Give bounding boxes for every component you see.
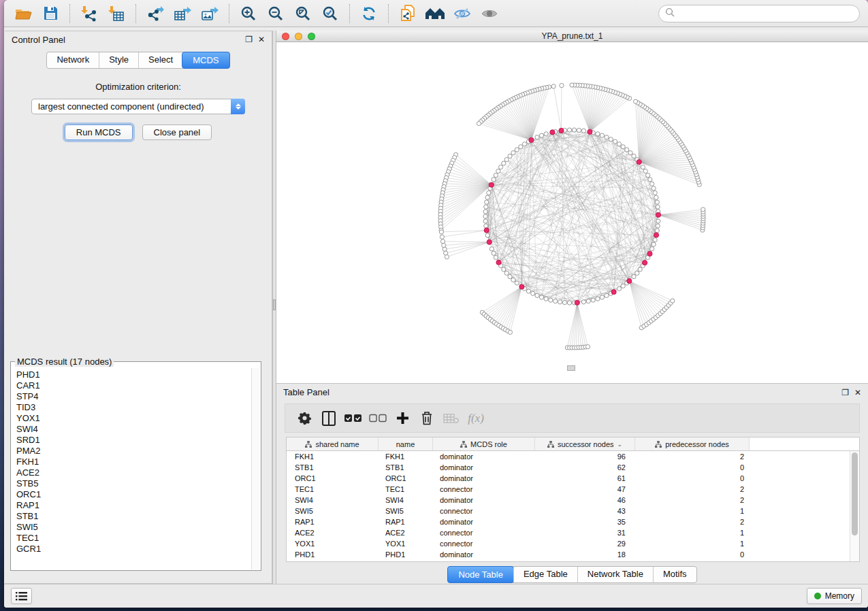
tab-node-table[interactable]: Node Table: [447, 566, 514, 583]
mcds-result-item[interactable]: PHD1: [16, 369, 251, 380]
column-mcds-role[interactable]: MCDS role: [433, 437, 535, 450]
mcds-result-item[interactable]: ORC1: [16, 489, 251, 500]
splitter-handle[interactable]: [273, 299, 276, 310]
window-minimize-icon[interactable]: [295, 33, 302, 40]
mcds-result-item[interactable]: STB1: [16, 511, 251, 522]
export-image-icon[interactable]: [199, 3, 220, 24]
run-mcds-button[interactable]: Run MCDS: [65, 125, 133, 140]
hierarchy-icon: [655, 441, 662, 448]
mcds-result-item[interactable]: SWI4: [16, 424, 251, 435]
settings-gear-icon[interactable]: [292, 408, 317, 429]
mcds-tab-content: Optimization criterion: largest connecte…: [5, 69, 272, 583]
sort-descending-icon: ⌄: [617, 441, 623, 448]
search-field[interactable]: [658, 5, 860, 22]
result-scrollbar[interactable]: [251, 368, 260, 569]
tab-network-table[interactable]: Network Table: [577, 567, 653, 582]
optimization-criterion-label: Optimization criterion:: [5, 82, 272, 92]
criterion-select[interactable]: largest connected component (undirected): [31, 99, 245, 114]
mcds-result-item[interactable]: STP4: [16, 391, 251, 402]
mcds-result-item[interactable]: SWI5: [16, 522, 251, 533]
horizontal-splitter-handle[interactable]: [567, 365, 575, 371]
first-neighbors-icon[interactable]: [425, 3, 445, 24]
open-session-icon[interactable]: [13, 3, 33, 24]
function-builder-icon: f(x): [464, 408, 488, 429]
table-row[interactable]: ACE2ACE2connector311: [287, 527, 850, 538]
mcds-result-item[interactable]: PMA2: [16, 446, 251, 457]
mcds-result-item[interactable]: CAR1: [16, 380, 251, 391]
memory-button[interactable]: Memory: [807, 588, 862, 604]
mcds-result-item[interactable]: YOX1: [16, 413, 251, 424]
network-canvas[interactable]: [276, 42, 868, 383]
search-input[interactable]: [675, 9, 853, 18]
select-stepper-icon: [231, 99, 245, 114]
zoom-selected-icon[interactable]: [320, 3, 340, 24]
app-window: Control Panel ❐ ✕ Network Style Select M…: [4, 0, 868, 608]
window-close-icon[interactable]: [282, 33, 289, 40]
table-row[interactable]: SWI4SWI4dominator462: [287, 495, 850, 506]
select-all-icon[interactable]: [341, 408, 366, 429]
network-graph[interactable]: [276, 42, 868, 383]
mcds-result-item[interactable]: ACE2: [16, 467, 251, 478]
zoom-in-icon[interactable]: [238, 3, 259, 24]
table-row[interactable]: ORC1ORC1dominator610: [287, 473, 850, 484]
save-session-icon[interactable]: [40, 3, 61, 24]
table-row[interactable]: PHD1PHD1dominator180: [287, 549, 850, 560]
refresh-icon[interactable]: [359, 3, 379, 24]
table-body[interactable]: FKH1FKH1dominator962STB1STB1dominator620…: [287, 451, 850, 561]
column-shared-name[interactable]: shared name: [287, 437, 379, 450]
show-all-icon[interactable]: [479, 3, 500, 24]
control-panel-title: Control Panel: [12, 35, 65, 45]
duplicate-network-icon[interactable]: [398, 3, 418, 24]
table-scrollbar-thumb[interactable]: [852, 452, 858, 535]
mcds-result-box: MCDS result (17 nodes) PHD1CAR1STP4TID3Y…: [10, 357, 261, 571]
window-zoom-icon[interactable]: [308, 33, 315, 40]
table-row[interactable]: STB1STB1dominator620: [287, 462, 850, 473]
table-scrollbar[interactable]: [850, 451, 859, 561]
tab-select[interactable]: Select: [138, 52, 182, 68]
split-panel-icon[interactable]: [317, 408, 341, 429]
table-row[interactable]: RAP1RAP1dominator352: [287, 516, 850, 527]
tab-style[interactable]: Style: [99, 52, 138, 68]
column-predecessor-nodes[interactable]: predecessor nodes: [635, 437, 750, 450]
tab-edge-table[interactable]: Edge Table: [513, 567, 577, 582]
float-panel-icon[interactable]: ❐: [841, 389, 849, 397]
zoom-fit-icon[interactable]: [293, 3, 313, 24]
table-row[interactable]: SWI5SWI5connector431: [287, 506, 850, 516]
network-window-titlebar[interactable]: YPA_prune.txt_1: [276, 31, 868, 42]
mcds-result-item[interactable]: FKH1: [16, 457, 251, 467]
zoom-out-icon[interactable]: [266, 3, 286, 24]
mcds-result-item[interactable]: TID3: [16, 402, 251, 413]
float-panel-icon[interactable]: ❐: [245, 35, 253, 44]
import-table-icon[interactable]: [106, 3, 127, 24]
delete-row-icon[interactable]: [415, 408, 439, 429]
tab-mcds[interactable]: MCDS: [182, 52, 229, 69]
add-row-icon[interactable]: [390, 408, 415, 429]
close-panel-icon[interactable]: ✕: [854, 389, 861, 397]
table-row[interactable]: YOX1YOX1connector291: [287, 538, 850, 549]
export-table-icon[interactable]: [172, 3, 193, 24]
close-panel-icon[interactable]: ✕: [258, 35, 265, 44]
node-table[interactable]: shared name name MCDS role successor nod…: [286, 437, 860, 562]
mcds-result-item[interactable]: RAP1: [16, 500, 251, 511]
table-row[interactable]: TEC1TEC1connector472: [287, 484, 850, 495]
mcds-result-item[interactable]: GCR1: [16, 544, 251, 555]
control-panel-tabs: Network Style Select MCDS: [46, 52, 229, 69]
deselect-all-icon[interactable]: [366, 408, 390, 429]
tab-network[interactable]: Network: [47, 52, 99, 68]
mcds-result-item[interactable]: STB5: [16, 478, 251, 489]
table-row[interactable]: FKH1FKH1dominator962: [287, 451, 850, 462]
column-name[interactable]: name: [379, 437, 433, 450]
show-panels-button[interactable]: [11, 588, 32, 604]
close-panel-button[interactable]: Close panel: [142, 125, 212, 140]
export-network-icon[interactable]: [145, 3, 165, 24]
tab-motifs[interactable]: Motifs: [653, 567, 696, 582]
mcds-result-item[interactable]: TEC1: [16, 533, 251, 544]
column-successor-nodes[interactable]: successor nodes ⌄: [535, 437, 635, 450]
import-network-icon[interactable]: [79, 3, 99, 24]
list-icon: [16, 592, 27, 601]
criterion-value: largest connected component (undirected): [32, 101, 204, 112]
mcds-result-item[interactable]: SRD1: [16, 435, 251, 446]
table-tabs: Node Table Edge Table Network Table Moti…: [447, 566, 696, 583]
hide-selected-icon[interactable]: [452, 3, 472, 24]
mcds-result-list[interactable]: PHD1CAR1STP4TID3YOX1SWI4SRD1PMA2FKH1ACE2…: [12, 368, 251, 569]
